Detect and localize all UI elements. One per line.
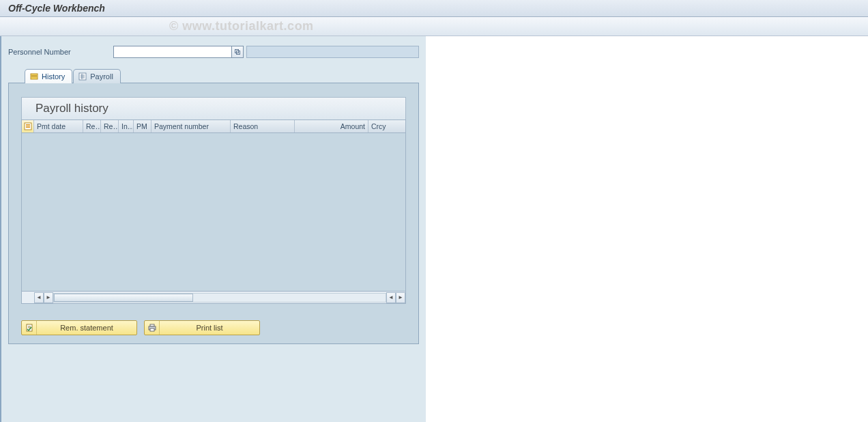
print-list-label: Print list [160, 324, 259, 332]
chevron-left-icon: ◄ [388, 294, 394, 300]
grid-select-all[interactable] [22, 120, 34, 132]
col-reason[interactable]: Reason [231, 120, 295, 132]
tab-strip: History Payroll [25, 69, 419, 83]
history-icon [29, 72, 39, 81]
scroll-track[interactable] [53, 293, 386, 303]
scroll-left-end-button[interactable]: ◄ [386, 292, 396, 303]
col-in[interactable]: In… [119, 120, 134, 132]
chevron-right-icon: ► [46, 294, 51, 300]
rem-statement-button[interactable]: Rem. statement [21, 320, 137, 335]
document-icon [22, 321, 37, 335]
chevron-right-icon: ► [398, 294, 403, 300]
scroll-right-end-button[interactable]: ► [396, 292, 405, 303]
svg-rect-11 [26, 124, 30, 126]
col-re1[interactable]: Re… [83, 120, 101, 132]
svg-rect-3 [31, 75, 37, 76]
col-crcy[interactable]: Crcy [368, 120, 405, 132]
search-help-icon [234, 47, 241, 57]
col-amount[interactable]: Amount [295, 120, 368, 132]
tab-history-label: History [42, 72, 65, 81]
tab-panel-history: Payroll history Pmt date Re… Re… In… PM … [8, 83, 419, 344]
scroll-thumb[interactable] [54, 294, 193, 302]
tab-payroll-label: Payroll [90, 72, 113, 81]
content-area: Personnel Number His [0, 36, 426, 422]
col-re2[interactable]: Re… [101, 120, 119, 132]
grid-scrollbar: ◄ ► ◄ ► [21, 292, 406, 304]
personnel-number-input[interactable] [113, 46, 232, 58]
search-help-button[interactable] [231, 46, 244, 58]
col-payment-number[interactable]: Payment number [151, 120, 231, 132]
scroll-right-button[interactable]: ► [44, 292, 53, 303]
rem-statement-label: Rem. statement [37, 324, 136, 332]
title-bar: Off-Cycle Workbench [0, 0, 868, 17]
col-pmt-date[interactable]: Pmt date [34, 120, 83, 132]
scroll-left-button[interactable]: ◄ [34, 292, 44, 303]
personnel-number-row: Personnel Number [8, 46, 419, 58]
grid-body [21, 133, 406, 292]
payroll-icon [78, 72, 87, 81]
tab-payroll[interactable]: Payroll [73, 69, 121, 83]
personnel-name-display [246, 46, 419, 58]
chevron-left-icon: ◄ [36, 294, 42, 300]
select-all-icon [24, 122, 32, 130]
svg-rect-4 [31, 76, 37, 77]
tab-history[interactable]: History [25, 69, 72, 83]
button-row: Rem. statement Print list [21, 320, 406, 335]
svg-rect-12 [26, 126, 30, 128]
application-toolbar [0, 17, 868, 36]
svg-rect-18 [150, 328, 154, 331]
printer-icon [145, 321, 160, 335]
grid-header: Pmt date Re… Re… In… PM Payment number R… [21, 119, 406, 133]
tab-container: History Payroll Payroll history [8, 69, 419, 344]
page-title: Off-Cycle Workbench [8, 3, 105, 14]
section-title: Payroll history [21, 97, 406, 119]
print-list-button[interactable]: Print list [144, 320, 260, 335]
personnel-number-label: Personnel Number [8, 48, 113, 56]
col-pm[interactable]: PM [134, 120, 151, 132]
